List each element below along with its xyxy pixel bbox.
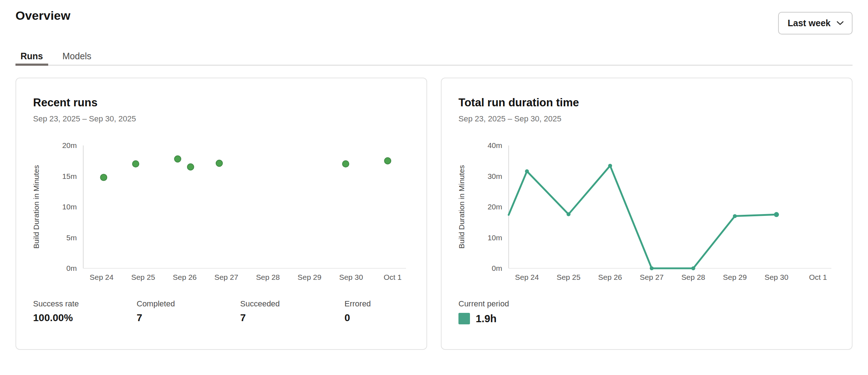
stat-succeeded: Succeeded 7 [240, 299, 344, 324]
stat-completed: Completed 7 [137, 299, 240, 324]
svg-text:Build Duration in Minutes: Build Duration in Minutes [33, 165, 40, 249]
legend-label: Current period [458, 299, 835, 309]
svg-text:5m: 5m [67, 233, 77, 242]
stat-success-rate: Success rate 100.00% [33, 299, 137, 324]
svg-text:20m: 20m [488, 203, 502, 211]
svg-text:Sep 24: Sep 24 [90, 273, 114, 281]
svg-text:Sep 29: Sep 29 [298, 273, 321, 281]
stat-errored: Errored 0 [344, 299, 410, 324]
stat-value: 7 [137, 312, 240, 324]
svg-text:Sep 27: Sep 27 [214, 273, 238, 281]
svg-text:Sep 26: Sep 26 [173, 273, 197, 281]
svg-text:20m: 20m [62, 141, 77, 149]
legend-swatch [458, 313, 470, 324]
total-duration-line-chart[interactable]: 0m10m20m30m40mSep 24Sep 25Sep 26Sep 27Se… [458, 139, 835, 290]
recent-runs-scatter-chart[interactable]: 0m5m10m15m20mSep 24Sep 25Sep 26Sep 27Sep… [33, 139, 410, 290]
svg-text:Sep 24: Sep 24 [515, 273, 539, 281]
svg-text:15m: 15m [62, 172, 77, 180]
svg-text:Sep 28: Sep 28 [681, 273, 705, 281]
svg-text:Sep 26: Sep 26 [598, 273, 622, 281]
svg-text:Sep 25: Sep 25 [131, 273, 155, 281]
cards-row: Recent runs Sep 23, 2025 – Sep 30, 2025 … [15, 78, 853, 350]
stat-label: Succeeded [240, 299, 344, 309]
stat-label: Completed [137, 299, 240, 309]
svg-text:Sep 29: Sep 29 [723, 273, 747, 281]
svg-text:10m: 10m [488, 233, 502, 242]
svg-text:0m: 0m [67, 264, 77, 272]
tab-bar: Runs Models [15, 47, 853, 66]
run-stats-row: Success rate 100.00% Completed 7 Succeed… [33, 299, 410, 324]
total-run-duration-card: Total run duration time Sep 23, 2025 – S… [441, 78, 853, 350]
stat-label: Success rate [33, 299, 137, 309]
legend-value: 1.9h [476, 313, 497, 325]
svg-text:Sep 25: Sep 25 [557, 273, 580, 281]
svg-text:30m: 30m [488, 172, 502, 180]
svg-text:Sep 28: Sep 28 [256, 273, 280, 281]
svg-text:Sep 30: Sep 30 [764, 273, 788, 281]
overview-page: Overview Last week Runs Models Recent ru… [0, 0, 868, 375]
svg-text:40m: 40m [488, 141, 502, 149]
stat-value: 7 [240, 312, 344, 324]
tab-runs[interactable]: Runs [15, 47, 48, 65]
svg-text:Oct 1: Oct 1 [809, 273, 827, 281]
period-selector-label: Last week [787, 18, 831, 28]
card-date-range: Sep 23, 2025 – Sep 30, 2025 [458, 114, 835, 124]
svg-text:Sep 30: Sep 30 [339, 273, 363, 281]
stat-value: 100.00% [33, 312, 137, 324]
period-selector-button[interactable]: Last week [778, 12, 853, 34]
svg-text:Oct 1: Oct 1 [384, 273, 402, 281]
card-title: Total run duration time [458, 96, 835, 109]
svg-text:Build Duration in Minutes: Build Duration in Minutes [458, 165, 466, 249]
chevron-down-icon [836, 21, 844, 26]
page-title: Overview [15, 9, 70, 23]
svg-text:0m: 0m [492, 264, 502, 272]
svg-text:10m: 10m [62, 203, 77, 211]
svg-text:Sep 27: Sep 27 [640, 273, 663, 281]
card-date-range: Sep 23, 2025 – Sep 30, 2025 [33, 114, 410, 124]
stat-value: 0 [344, 312, 410, 324]
stat-label: Errored [344, 299, 410, 309]
card-title: Recent runs [33, 96, 410, 109]
recent-runs-card: Recent runs Sep 23, 2025 – Sep 30, 2025 … [15, 78, 427, 350]
tab-models[interactable]: Models [58, 47, 97, 65]
legend-row: 1.9h [458, 313, 835, 325]
